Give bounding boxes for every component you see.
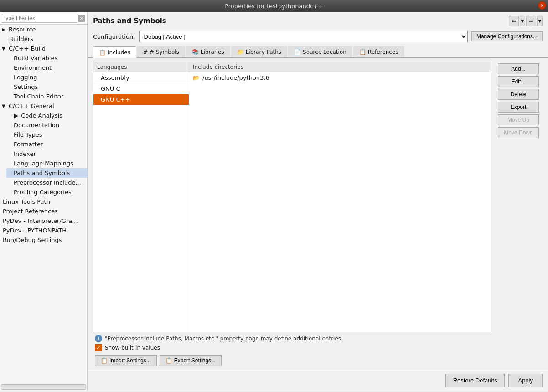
sidebar-item-pydev-pythonpath[interactable]: PyDev - PYTHONPATH [0,226,87,235]
checkmark-icon: ✓ [96,345,101,351]
sidebar: ✕ ▶ Resource Builders ▼ C/C++ Build Buil… [0,12,88,391]
checkbox-label: Show built-in values [105,345,160,351]
expand-arrow-icon: ▶ [2,27,7,32]
configuration-label: Configuration: [93,33,135,40]
includes-layout: Languages Assembly GNU C GNU C++ I [93,62,543,332]
sidebar-item-build-variables[interactable]: Build Variables [6,53,87,63]
sidebar-item-builders[interactable]: Builders [0,34,87,44]
horizontal-scrollbar[interactable] [1,384,86,390]
sidebar-item-pydev-interpreter[interactable]: PyDev - Interpreter/Gra... [0,216,87,226]
import-export-row: 📋 Import Settings... 📋 Export Settings..… [95,353,541,366]
lang-item-gnu-c[interactable]: GNU C [93,83,189,94]
info-icon: i [95,335,102,342]
export-settings-button[interactable]: 📋 Export Settings... [160,355,222,366]
languages-header: Languages [93,62,189,72]
expand-arrow-icon: ▶ [14,112,18,119]
sidebar-item-code-analysis[interactable]: ▶ Code Analysis [6,111,87,120]
sidebar-item-settings[interactable]: Settings [6,82,87,92]
tab-symbols-icon: # [143,49,148,55]
forward-button[interactable]: ➡ [526,16,536,26]
nav-buttons: ⬅ ▼ ➡ ▼ [509,16,543,26]
sidebar-item-paths-and-symbols[interactable]: Paths and Symbols [6,168,87,178]
sidebar-item-tool-chain-editor[interactable]: Tool Chain Editor [6,92,87,101]
sidebar-scrollbar-area [0,383,87,391]
sidebar-item-formatter[interactable]: Formatter [6,139,87,149]
back-dropdown-button[interactable]: ▼ [520,16,525,26]
main-container: ✕ ▶ Resource Builders ▼ C/C++ Build Buil… [0,12,548,391]
move-down-button[interactable]: Move Down [498,127,539,138]
expand-arrow-icon: ▼ [2,46,7,51]
sidebar-item-file-types[interactable]: File Types [6,130,87,139]
tab-references[interactable]: 📋 References [353,46,404,57]
configuration-select[interactable]: Debug [ Active ] [139,31,468,42]
includes-list: 📂 /usr/include/python3.6 [189,72,491,332]
include-path-label: /usr/include/python3.6 [202,74,269,81]
filter-clear-button[interactable]: ✕ [78,15,85,22]
export-label: Export Settings... [174,357,216,364]
import-icon: 📋 [101,357,108,364]
filter-input[interactable] [2,14,77,23]
languages-table-area: Languages Assembly GNU C GNU C++ I [93,62,491,332]
import-label: Import Settings... [109,357,151,364]
cpp-general-children: ▶ Code Analysis Documentation File Types… [0,111,87,197]
move-up-button[interactable]: Move Up [498,114,539,125]
page-title: Paths and Symbols [93,17,166,25]
bottom-info: i "Preprocessor Include Paths, Macros et… [93,332,543,366]
checkbox-row: ✓ Show built-in values [95,344,541,351]
configuration-row: Configuration: Debug [ Active ] Manage C… [88,28,548,46]
tab-source-location-icon: 📄 [294,49,301,55]
tab-source-location-label: Source Location [303,49,346,55]
title-bar: Properties for testpythonandc++ ✕ [0,0,548,12]
footer: Restore Defaults Apply [88,370,548,391]
forward-dropdown-button[interactable]: ▼ [537,16,543,26]
sidebar-item-documentation[interactable]: Documentation [6,120,87,130]
sidebar-item-label: Builders [9,36,33,42]
sidebar-item-label: Resource [9,26,36,33]
tab-includes-label: Includes [108,49,130,56]
apply-button[interactable]: Apply [508,374,543,387]
sidebar-item-label: C/C++ Build [9,45,46,52]
tab-libraries[interactable]: 📚 Libraries [186,46,230,57]
tab-symbols[interactable]: # # Symbols [137,46,185,57]
sidebar-item-cpp-general[interactable]: ▼ C/C++ General [0,101,87,111]
close-button[interactable]: ✕ [538,1,546,10]
add-button[interactable]: Add... [498,63,539,74]
action-buttons-column: Add... Edit... Delete Export Move Up Mov… [494,62,543,332]
sidebar-item-run-debug-settings[interactable]: Run/Debug Settings [0,235,87,245]
panel-area: Languages Assembly GNU C GNU C++ I [88,58,548,370]
tabs-row: 📋 Includes # # Symbols 📚 Libraries 📁 Lib… [88,46,548,58]
content-header: Paths and Symbols ⬅ ▼ ➡ ▼ [88,12,548,28]
show-builtin-checkbox[interactable]: ✓ [95,344,102,351]
sidebar-item-logging[interactable]: Logging [6,72,87,82]
tab-includes[interactable]: 📋 Includes [93,46,136,58]
window-title: Properties for testpythonandc++ [225,3,323,10]
sidebar-item-indexer[interactable]: Indexer [6,149,87,159]
sidebar-item-preprocessor-include[interactable]: Preprocessor Include... [6,178,87,187]
lang-item-assembly[interactable]: Assembly [93,72,189,83]
restore-defaults-button[interactable]: Restore Defaults [445,374,505,387]
folder-icon: 📂 [193,75,200,81]
manage-configurations-button[interactable]: Manage Configurations... [471,31,543,41]
edit-button[interactable]: Edit... [498,76,539,87]
sidebar-item-environment[interactable]: Environment [6,63,87,72]
export-button[interactable]: Export [498,102,539,113]
import-settings-button[interactable]: 📋 Import Settings... [95,355,157,366]
delete-button[interactable]: Delete [498,89,539,100]
cpp-build-children: Build Variables Environment Logging Sett… [0,53,87,101]
include-item-python36[interactable]: 📂 /usr/include/python3.6 [189,72,491,83]
tab-library-paths[interactable]: 📁 Library Paths [231,46,287,57]
sidebar-item-cpp-build[interactable]: ▼ C/C++ Build [0,44,87,53]
sidebar-item-resource[interactable]: ▶ Resource [0,25,87,34]
configuration-dropdown[interactable]: Debug [ Active ] [140,32,467,41]
tab-library-paths-label: Library Paths [246,49,281,55]
tab-references-label: References [368,49,398,55]
tab-symbols-label: # Symbols [150,49,179,55]
languages-panel: Languages Assembly GNU C GNU C++ [93,62,189,332]
tab-source-location[interactable]: 📄 Source Location [288,46,352,57]
back-button[interactable]: ⬅ [509,16,519,26]
lang-item-gnu-cpp[interactable]: GNU C++ [93,94,189,105]
sidebar-item-project-references[interactable]: Project References [0,206,87,216]
sidebar-item-profiling-categories[interactable]: Profiling Categories [6,187,87,197]
sidebar-item-language-mappings[interactable]: Language Mappings [6,159,87,168]
sidebar-item-linux-tools-path[interactable]: Linux Tools Path [0,197,87,206]
